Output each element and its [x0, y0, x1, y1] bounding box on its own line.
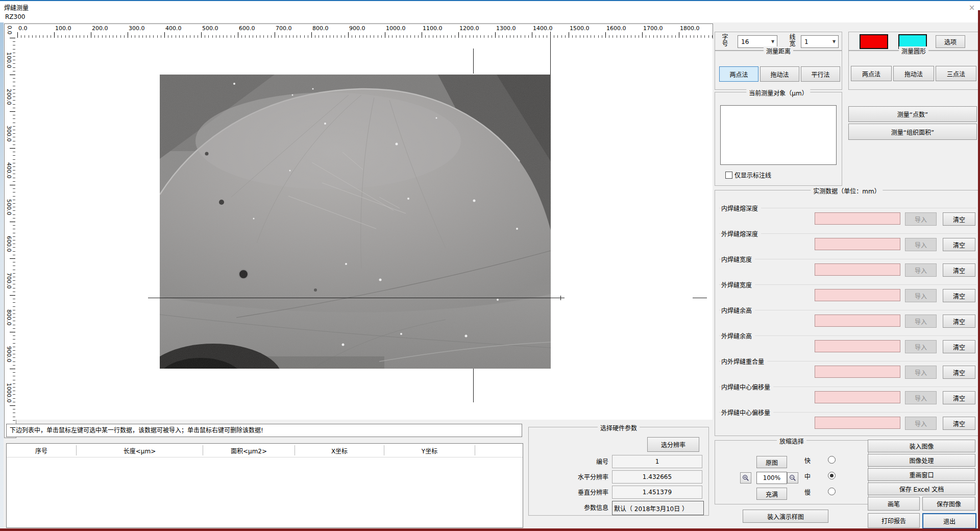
measurement-value-input[interactable]: [815, 212, 900, 225]
font-size-label: 字号: [720, 34, 729, 47]
distance-method-button[interactable]: 平行法: [801, 66, 840, 82]
clear-button[interactable]: 清空: [943, 391, 975, 404]
measured-row-label: 内焊缝熔深度: [721, 204, 761, 212]
import-button[interactable]: 导入: [905, 340, 937, 353]
speed-radio[interactable]: [828, 488, 836, 495]
import-button[interactable]: 导入: [905, 263, 937, 277]
circle-method-button[interactable]: 拖动法: [893, 66, 934, 81]
fill-button[interactable]: 充满: [756, 488, 787, 500]
row-divider: [719, 259, 976, 259]
measured-row: 外焊缝宽度 导入 清空: [715, 278, 978, 304]
guide-vertical-top: [473, 49, 474, 74]
measured-rows: 内焊缝熔深度 导入 清空 外焊缝熔深度 导入 清空 内焊缝宽度: [715, 202, 978, 431]
options-button[interactable]: 选项: [936, 35, 965, 48]
measure-area-button[interactable]: 测量“组织面积”: [848, 124, 977, 140]
measurement-value-input[interactable]: [815, 263, 900, 276]
ruler-major-ticks: [15, 32, 713, 38]
select-resolution-button[interactable]: 选分辨率: [647, 437, 699, 452]
circle-method-button[interactable]: 两点法: [851, 66, 892, 81]
speed-option: 慢: [804, 488, 841, 496]
measured-row: 外焊缝中心偏移量 导入 清空: [715, 406, 978, 431]
measure-distance-group: 测量距离 两点法拖动法平行法: [715, 50, 842, 90]
circle-method-button[interactable]: 三点法: [936, 66, 976, 81]
clear-button[interactable]: 清空: [943, 289, 975, 302]
measurement-value-input[interactable]: [815, 391, 900, 403]
clear-button[interactable]: 清空: [943, 417, 975, 430]
clear-button[interactable]: 清空: [943, 238, 975, 251]
exit-button[interactable]: 退出: [922, 513, 976, 529]
hardware-field-label: 水平分辨率: [578, 472, 608, 481]
speed-option: 中: [804, 472, 841, 480]
measured-row-label: 外焊缝余高: [721, 331, 755, 340]
import-button[interactable]: 导入: [905, 391, 937, 404]
clear-button[interactable]: 清空: [943, 366, 975, 379]
action-button[interactable]: 保存 Excel 文档: [868, 482, 975, 495]
measured-data-group: 实测数据（单位：mm） 内焊缝熔深度 导入 清空 外焊缝熔深度 导入 清空: [715, 190, 979, 436]
import-button[interactable]: 导入: [905, 315, 937, 328]
measurement-value-input[interactable]: [815, 289, 900, 301]
original-size-button[interactable]: 原图: [756, 456, 787, 468]
only-show-lines-label: 仅显示标注线: [734, 171, 771, 179]
ruler-top-label: 400.0: [165, 25, 182, 32]
measurement-value-input[interactable]: [815, 238, 900, 250]
action-button[interactable]: 重画窗口: [868, 468, 975, 481]
measured-row-label: 内焊缝中心偏移量: [721, 382, 773, 391]
ruler-top-label: 500.0: [202, 25, 218, 32]
clear-button[interactable]: 清空: [943, 315, 975, 328]
column-header: X坐标: [295, 445, 384, 455]
clear-button[interactable]: 清空: [943, 263, 975, 277]
import-button[interactable]: 导入: [905, 238, 937, 251]
load-demo-button[interactable]: 装入演示样图: [743, 510, 828, 523]
import-button[interactable]: 导入: [905, 289, 937, 302]
line-width-select[interactable]: 1 ▼: [801, 35, 839, 48]
action-button[interactable]: 装入图像: [868, 440, 975, 452]
menu-item-rz300[interactable]: RZ300: [5, 13, 25, 20]
print-report-button[interactable]: 打印报告: [868, 513, 920, 528]
hardware-field-value[interactable]: 1.432665: [612, 470, 702, 484]
line-width-label: 线宽: [788, 34, 796, 47]
hardware-field-value[interactable]: 默认（ 2018年3月10日 ）: [612, 501, 704, 515]
speed-radio[interactable]: [828, 456, 836, 464]
ruler-top-label: 1800.0: [680, 25, 700, 32]
import-button[interactable]: 导入: [905, 212, 937, 226]
app-window: 焊缝测量 × RZ300 0.0 0.0100.0200.0300.0400.0…: [0, 0, 980, 531]
hardware-field-value[interactable]: 1: [612, 455, 702, 468]
measurement-value-input[interactable]: [815, 417, 900, 429]
image-canvas[interactable]: [15, 38, 713, 420]
import-button[interactable]: 导入: [905, 417, 937, 430]
guide-horizontal-tick: [560, 296, 561, 300]
pen-button[interactable]: 画笔: [868, 497, 920, 511]
clear-button[interactable]: 清空: [943, 212, 975, 226]
line-width-value: 1: [801, 38, 830, 45]
distance-method-button[interactable]: 拖动法: [760, 66, 799, 82]
speed-radio[interactable]: [828, 472, 836, 479]
zoom-in-button[interactable]: [740, 472, 751, 484]
distance-method-button[interactable]: 两点法: [719, 66, 758, 82]
only-show-lines-checkbox[interactable]: [725, 172, 732, 179]
action-button[interactable]: 图像处理: [868, 454, 975, 467]
measurement-value-input[interactable]: [815, 315, 900, 327]
current-object-title: 当前测量对象（μm）: [746, 88, 810, 97]
close-icon[interactable]: ×: [966, 3, 977, 12]
results-table[interactable]: 序号长度<μm>面积<μm2>X坐标Y坐标: [6, 443, 523, 528]
ruler-top-label: 700.0: [276, 25, 292, 32]
measurement-value-input[interactable]: [815, 366, 900, 378]
save-image-button[interactable]: 保存图像: [922, 497, 975, 511]
hardware-field-value[interactable]: 1.451379: [612, 486, 702, 499]
measurement-value-input[interactable]: [815, 340, 900, 352]
clear-button[interactable]: 清空: [943, 340, 975, 353]
measured-row-label: 外焊缝中心偏移量: [721, 408, 773, 417]
hardware-field-label: 编号: [596, 457, 608, 466]
font-size-value: 16: [738, 38, 769, 45]
import-button[interactable]: 导入: [905, 366, 937, 379]
measure-points-button[interactable]: 测量“点数”: [848, 106, 977, 122]
measured-row-label: 内焊缝余高: [721, 306, 755, 315]
guide-vertical-bottom: [473, 369, 474, 402]
results-table-header: 序号长度<μm>面积<μm2>X坐标Y坐标: [7, 444, 523, 457]
primary-color-swatch[interactable]: [860, 34, 888, 49]
zoom-percent-field[interactable]: 100%: [756, 472, 787, 484]
zoom-out-button[interactable]: [787, 472, 798, 484]
menu-bar: RZ300: [0, 12, 980, 22]
current-object-list[interactable]: [720, 105, 837, 165]
ruler-top-label: 900.0: [349, 25, 365, 32]
